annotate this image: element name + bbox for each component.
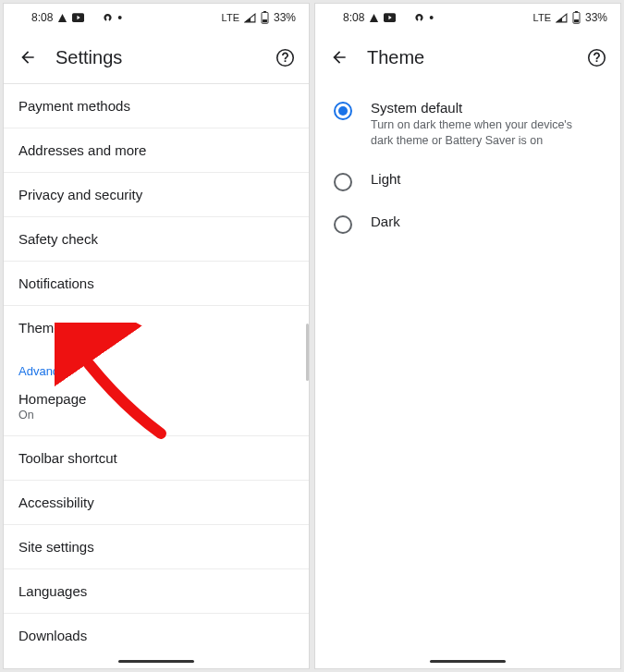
row-label: Safety check bbox=[18, 231, 98, 247]
app-icon-1 bbox=[57, 13, 67, 23]
app-icon-2 bbox=[384, 13, 396, 22]
row-label: Accessibility bbox=[18, 495, 94, 510]
option-desc: Turn on dark theme when your device's da… bbox=[371, 117, 574, 149]
theme-options: System default Turn on dark theme when y… bbox=[315, 83, 620, 250]
status-bar: 8:08 • LTE 33% bbox=[4, 4, 309, 31]
battery-percent: 33% bbox=[274, 11, 296, 24]
battery-icon bbox=[261, 11, 269, 24]
help-button[interactable] bbox=[274, 46, 296, 68]
row-privacy[interactable]: Privacy and security bbox=[4, 172, 309, 216]
moon-icon bbox=[89, 13, 98, 22]
theme-screen: 8:08 • LTE 33% Theme System default Tu bbox=[314, 3, 621, 669]
help-button[interactable] bbox=[585, 46, 607, 68]
app-icon-1 bbox=[369, 13, 379, 23]
row-label: Toolbar shortcut bbox=[18, 450, 117, 466]
moon-icon bbox=[400, 13, 410, 22]
row-payment-methods[interactable]: Payment methods bbox=[4, 83, 309, 128]
row-languages[interactable]: Languages bbox=[4, 568, 309, 613]
status-time: 8:08 bbox=[31, 11, 53, 24]
scrollbar-thumb[interactable] bbox=[306, 324, 309, 381]
row-label: Privacy and security bbox=[18, 187, 142, 202]
svg-rect-8 bbox=[574, 19, 579, 22]
radio-icon[interactable] bbox=[334, 173, 352, 191]
battery-icon bbox=[572, 11, 581, 24]
back-button[interactable] bbox=[17, 46, 39, 68]
back-button[interactable] bbox=[328, 46, 350, 68]
settings-screen: 8:08 • LTE 33% Settings Payment methods … bbox=[3, 3, 310, 669]
app-icon-3 bbox=[414, 13, 424, 23]
network-type: LTE bbox=[533, 12, 551, 23]
page-title: Settings bbox=[55, 47, 257, 68]
signal-icon bbox=[244, 13, 256, 23]
option-system-default[interactable]: System default Turn on dark theme when y… bbox=[315, 89, 620, 160]
row-label: Payment methods bbox=[18, 98, 130, 114]
status-dot-icon: • bbox=[117, 11, 122, 24]
row-label: Site settings bbox=[18, 539, 94, 555]
status-time: 8:08 bbox=[343, 11, 364, 24]
status-dot-icon: • bbox=[429, 11, 434, 24]
section-header-advanced: Advanced bbox=[4, 349, 309, 382]
row-toolbar-shortcut[interactable]: Toolbar shortcut bbox=[4, 435, 309, 480]
svg-rect-3 bbox=[263, 19, 267, 22]
option-light[interactable]: Light bbox=[315, 160, 620, 202]
signal-icon bbox=[556, 13, 568, 23]
row-label: Theme bbox=[18, 320, 62, 336]
row-label: Downloads bbox=[18, 628, 87, 643]
app-icon-3 bbox=[103, 13, 113, 23]
row-notifications[interactable]: Notifications bbox=[4, 261, 309, 305]
option-label: System default bbox=[371, 100, 574, 116]
status-bar: 8:08 • LTE 33% bbox=[315, 4, 620, 31]
row-theme[interactable]: Theme bbox=[4, 305, 309, 349]
row-downloads[interactable]: Downloads bbox=[4, 613, 309, 657]
battery-percent: 33% bbox=[585, 11, 607, 24]
svg-rect-2 bbox=[263, 11, 266, 12]
app-bar: Settings bbox=[4, 31, 309, 83]
svg-rect-7 bbox=[575, 11, 578, 12]
app-bar: Theme bbox=[315, 31, 620, 83]
row-label: Languages bbox=[18, 583, 87, 599]
option-label: Dark bbox=[371, 214, 400, 229]
row-homepage[interactable]: Homepage On bbox=[4, 382, 309, 435]
row-addresses[interactable]: Addresses and more bbox=[4, 128, 309, 172]
row-site-settings[interactable]: Site settings bbox=[4, 524, 309, 568]
nav-handle[interactable] bbox=[118, 660, 194, 663]
app-icon-2 bbox=[72, 13, 84, 22]
nav-handle[interactable] bbox=[430, 660, 506, 663]
option-dark[interactable]: Dark bbox=[315, 202, 620, 245]
radio-icon[interactable] bbox=[334, 215, 352, 234]
option-label: Light bbox=[371, 171, 401, 187]
section-label: Advanced bbox=[18, 364, 72, 378]
network-type: LTE bbox=[222, 12, 239, 23]
radio-icon[interactable] bbox=[334, 102, 352, 120]
settings-list[interactable]: Payment methods Addresses and more Priva… bbox=[4, 83, 309, 668]
row-safety-check[interactable]: Safety check bbox=[4, 216, 309, 261]
row-label: Addresses and more bbox=[18, 142, 146, 158]
row-subtext: On bbox=[18, 409, 294, 422]
row-label: Notifications bbox=[18, 275, 94, 291]
page-title: Theme bbox=[367, 47, 569, 68]
row-label: Homepage bbox=[18, 391, 294, 407]
row-accessibility[interactable]: Accessibility bbox=[4, 480, 309, 524]
